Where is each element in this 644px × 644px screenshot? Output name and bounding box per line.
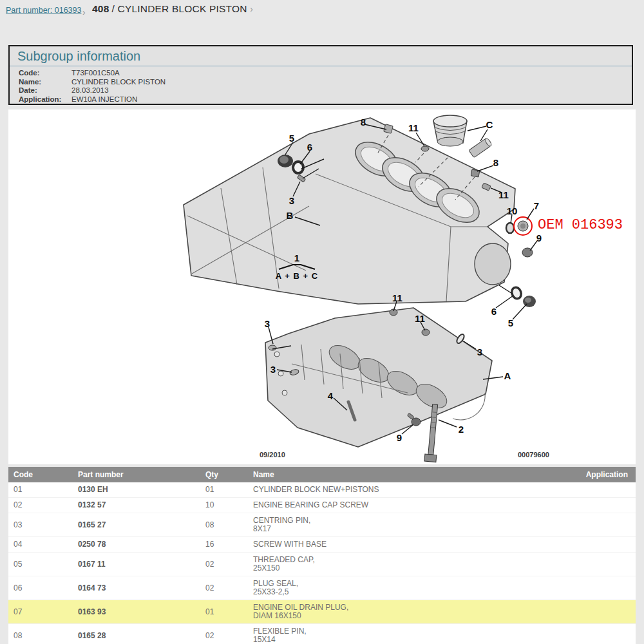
cell-pn: 0163 93: [73, 600, 200, 624]
cell-qty: 02: [200, 576, 248, 600]
field-label: Application:: [19, 95, 71, 104]
cell-name: PLUG SEAL,25X33-2,5: [248, 576, 556, 600]
diagram-date-stamp: 09/2010: [260, 451, 285, 459]
cell-pn: 0165 27: [73, 513, 200, 537]
seal-part-6-right: [510, 286, 522, 300]
callout-4: 4: [328, 390, 333, 401]
callout-11: 11: [415, 313, 425, 324]
washer-part-3-low1: [269, 345, 276, 350]
callout-6: 6: [307, 142, 312, 153]
callout-9: 9: [536, 232, 542, 243]
callout-8: 8: [493, 157, 498, 168]
cell-name: SCREW WITH BASE: [248, 537, 556, 553]
parts-table: Code Part number Qty Name Application 01…: [8, 467, 636, 644]
breadcrumb-separator-icon: ›: [82, 7, 86, 17]
table-row[interactable]: 050167 1102THREADED CAP,25X150: [8, 553, 636, 576]
subgroup-information-panel: Subgroup information Code:T73F001C50A Na…: [8, 45, 633, 105]
subgroup-heading: Subgroup information: [10, 46, 632, 66]
breadcrumb-separator-icon: ›: [250, 4, 253, 14]
callout-6: 6: [491, 306, 497, 317]
cell-qty: 02: [200, 553, 248, 576]
cell-name: CENTRING PIN,8X17: [248, 513, 556, 537]
cell-app: [556, 553, 636, 576]
cell-qty: 08: [200, 513, 248, 537]
cell-pn: 0167 11: [73, 553, 200, 576]
diagram-reference-stamp: 00079600: [518, 451, 549, 459]
callout-3: 3: [270, 364, 276, 375]
header-application: Application: [556, 467, 636, 482]
cell-app: [556, 513, 636, 537]
cell-pn: 0132 57: [73, 498, 200, 513]
table-row[interactable]: 080165 2802FLEXIBLE PIN,15X14: [8, 624, 636, 644]
legend-group-number: 1: [294, 252, 299, 263]
callout-C: C: [486, 119, 493, 130]
callout-5: 5: [289, 133, 294, 144]
table-row[interactable]: 040250 7816SCREW WITH BASE: [8, 537, 636, 553]
cap-part-5-left: [278, 155, 293, 167]
header-qty: Qty: [200, 467, 248, 482]
table-row[interactable]: 030165 2708CENTRING PIN,8X17: [8, 513, 636, 537]
cell-code: 05: [8, 553, 73, 576]
piston-part: [433, 115, 467, 146]
callout-11: 11: [392, 292, 402, 303]
callout-8: 8: [361, 117, 366, 128]
oem-annotation: OEM 016393: [538, 217, 623, 233]
field-value: T73F001C50A: [71, 69, 166, 78]
parts-table-panel: Code Part number Qty Name Application 01…: [8, 467, 636, 644]
cell-pn: 0250 78: [73, 537, 200, 553]
callout-3: 3: [289, 195, 294, 206]
breadcrumb: Part number: 016393 › 408/ CYLINDER BLOC…: [0, 0, 644, 22]
table-row[interactable]: 070163 9301ENGINE OIL DRAIN PLUG,DIAM 16…: [8, 600, 636, 624]
callout-7: 7: [534, 200, 539, 211]
cell-qty: 01: [200, 600, 248, 624]
cell-name: THREADED CAP,25X150: [248, 553, 556, 576]
washer-part-11-top: [421, 146, 429, 151]
cell-code: 08: [8, 624, 73, 644]
seal-part-6-left: [293, 162, 303, 173]
page-title: 408/ CYLINDER BLOCK PISTON ›: [92, 3, 253, 15]
cell-code: 06: [8, 576, 73, 600]
cell-qty: 02: [200, 624, 248, 644]
callout-3: 3: [477, 346, 482, 357]
header-part-number: Part number: [73, 467, 200, 482]
engine-diagram-drawing: [8, 109, 636, 464]
cell-name: ENGINE BEARING CAP SCREW: [248, 498, 556, 513]
cell-name: ENGINE OIL DRAIN PLUG,DIAM 16X150: [248, 600, 556, 624]
callout-9: 9: [397, 432, 402, 443]
cell-qty: 16: [200, 537, 248, 553]
table-row[interactable]: 020132 5710ENGINE BEARING CAP SCREW: [8, 498, 636, 513]
cell-code: 03: [8, 513, 73, 537]
table-row[interactable]: 060164 7302PLUG SEAL,25X33-2,5: [8, 576, 636, 600]
table-row[interactable]: 010130 EH01CYLINDER BLOCK NEW+PISTONS: [8, 482, 636, 498]
subgroup-number: 408: [92, 3, 109, 14]
field-label: Date:: [19, 86, 71, 95]
part-number-link[interactable]: Part number: 016393: [6, 6, 81, 15]
cell-app: [556, 498, 636, 513]
cell-app: [556, 576, 636, 600]
field-value: CYLINDER BLOCK PISTON: [71, 78, 166, 87]
header-code: Code: [8, 467, 73, 482]
cylinder-block-upper: [184, 118, 515, 304]
cell-app: [556, 537, 636, 553]
cell-qty: 10: [200, 498, 248, 513]
callout-10: 10: [507, 205, 518, 216]
subgroup-fields: Code:T73F001C50A Name:CYLINDER BLOCK PIS…: [19, 69, 166, 104]
callout-B: B: [287, 210, 294, 221]
plug-part-11-low2: [422, 329, 430, 336]
table-header-row: Code Part number Qty Name Application: [8, 467, 636, 482]
callout-5: 5: [508, 317, 513, 328]
cell-pn: 0165 28: [73, 624, 200, 644]
cell-app: [556, 624, 636, 644]
legend-group-formula: A + B + C: [276, 271, 318, 281]
cell-name: CYLINDER BLOCK NEW+PISTONS: [248, 482, 556, 498]
cell-pn: 0164 73: [73, 576, 200, 600]
cell-code: 04: [8, 537, 73, 553]
cell-name: FLEXIBLE PIN,15X14: [248, 624, 556, 644]
header-name: Name: [248, 467, 556, 482]
cell-code: 07: [8, 600, 73, 624]
callout-11: 11: [408, 122, 419, 133]
field-value: 28.03.2013: [71, 86, 166, 95]
callout-2: 2: [459, 424, 464, 435]
cell-qty: 01: [200, 482, 248, 498]
cell-code: 01: [8, 482, 73, 498]
